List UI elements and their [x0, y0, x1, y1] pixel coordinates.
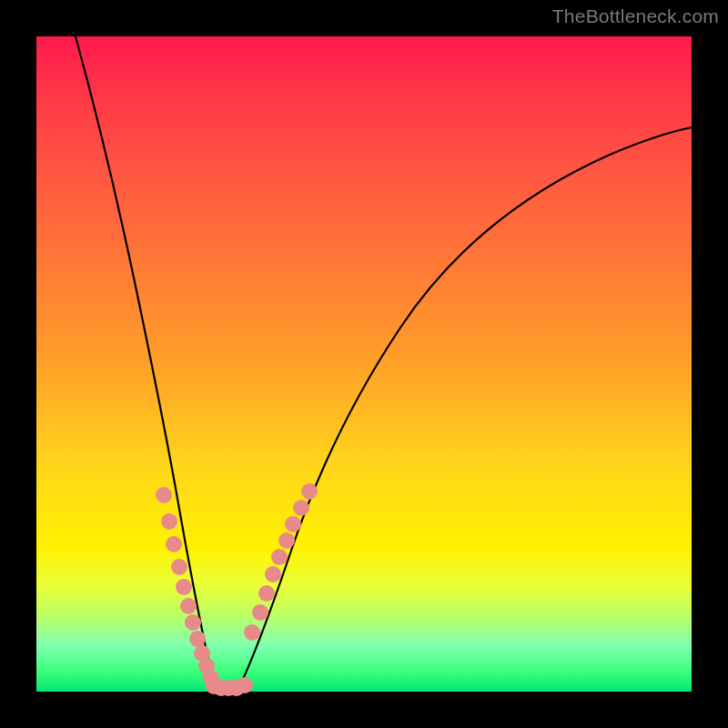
- svg-point-6: [185, 614, 201, 631]
- beads-left: [156, 487, 219, 686]
- left-branch-line: [76, 36, 215, 690]
- svg-point-17: [252, 604, 268, 621]
- svg-point-1: [161, 513, 177, 530]
- svg-point-24: [301, 483, 318, 500]
- svg-point-3: [171, 559, 187, 575]
- svg-point-15: [237, 677, 253, 693]
- watermark-text: TheBottleneck.com: [552, 5, 719, 27]
- svg-point-16: [244, 624, 260, 641]
- svg-point-7: [189, 631, 206, 647]
- svg-point-19: [265, 566, 281, 582]
- svg-point-2: [166, 536, 182, 552]
- beads-bottom: [206, 677, 253, 696]
- svg-point-5: [180, 598, 197, 614]
- svg-point-21: [278, 532, 295, 549]
- svg-point-18: [258, 585, 275, 602]
- bottleneck-curve-chart: [36, 36, 692, 692]
- svg-point-0: [156, 487, 172, 503]
- svg-point-4: [176, 579, 192, 595]
- svg-point-23: [293, 500, 309, 516]
- svg-point-20: [271, 549, 288, 565]
- beads-right: [244, 483, 318, 641]
- right-branch-line: [238, 127, 692, 689]
- svg-point-22: [285, 516, 301, 532]
